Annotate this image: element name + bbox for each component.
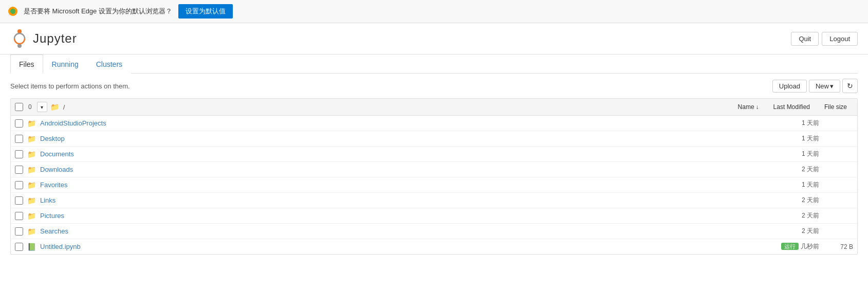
row-checkbox[interactable]: [15, 166, 23, 174]
file-name-link[interactable]: Downloads: [40, 166, 765, 173]
edge-icon: [8, 7, 17, 16]
col-name-header[interactable]: Name ↓: [732, 102, 765, 112]
col-size-header[interactable]: File size: [818, 102, 853, 112]
file-modified: 2 天前: [768, 211, 819, 220]
row-checkbox[interactable]: [15, 150, 23, 158]
folder-icon: 📁: [27, 181, 36, 189]
row-checkbox[interactable]: [15, 135, 23, 143]
table-row: 📁Pictures2 天前: [11, 208, 857, 224]
table-row: 📗Untitled.ipynb运行几秒前72 B: [11, 239, 857, 254]
selected-count: 0: [26, 103, 34, 111]
notebook-icon: 📗: [27, 243, 36, 251]
table-row: 📁Favorites1 天前: [11, 177, 857, 193]
row-checkbox[interactable]: [15, 119, 23, 128]
row-checkbox[interactable]: [15, 196, 23, 205]
table-row: 📁Documents1 天前: [11, 147, 857, 162]
file-modified: 2 天前: [768, 165, 819, 174]
row-checkbox[interactable]: [15, 227, 23, 236]
file-modified: 1 天前: [768, 150, 819, 158]
col-modified-header[interactable]: Last Modified: [765, 102, 818, 112]
file-modified: 1 天前: [768, 119, 819, 128]
header: Jupyter Quit Logout: [0, 23, 868, 55]
tab-running[interactable]: Running: [43, 55, 87, 74]
folder-icon: 📁: [27, 196, 36, 205]
file-name-link[interactable]: Desktop: [40, 135, 765, 142]
new-button[interactable]: New ▾: [809, 80, 840, 93]
folder-icon: 📁: [27, 227, 36, 236]
file-modified: 运行几秒前: [768, 242, 819, 251]
running-badge: 运行: [781, 243, 799, 250]
tabs: Files Running Clusters: [10, 55, 858, 74]
tab-clusters[interactable]: Clusters: [87, 55, 131, 74]
notification-text: 是否要将 Microsoft Edge 设置为你的默认浏览器？: [24, 7, 172, 16]
header-dropdown[interactable]: ▾: [37, 102, 47, 112]
table-row: 📁Links2 天前: [11, 193, 857, 208]
file-name-link[interactable]: Documents: [40, 150, 765, 158]
new-label: New: [816, 82, 829, 90]
row-checkbox[interactable]: [15, 212, 23, 220]
file-list-header: 0 ▾ 📁 / Name ↓ Last Modified File size: [11, 99, 857, 116]
main-content: Files Running Clusters Select items to p…: [0, 55, 868, 255]
table-row: 📁Searches2 天前: [11, 224, 857, 239]
notification-bar: 是否要将 Microsoft Edge 设置为你的默认浏览器？ 设置为默认值: [0, 0, 868, 23]
row-checkbox[interactable]: [15, 181, 23, 189]
sort-icon: ↓: [756, 103, 759, 111]
upload-button[interactable]: Upload: [772, 80, 807, 93]
file-modified: 2 天前: [768, 196, 819, 205]
logo-area: Jupyter: [10, 29, 77, 48]
toolbar: Select items to perform actions on them.…: [10, 74, 858, 98]
file-modified: 1 天前: [768, 134, 819, 143]
file-name-link[interactable]: Links: [40, 196, 765, 204]
refresh-button[interactable]: ↻: [842, 79, 858, 93]
app-title: Jupyter: [33, 31, 77, 46]
quit-button[interactable]: Quit: [791, 32, 819, 46]
jupyter-logo: [10, 29, 29, 48]
row-checkbox[interactable]: [15, 243, 23, 251]
file-modified: 1 天前: [768, 180, 819, 189]
logout-button[interactable]: Logout: [822, 32, 858, 46]
table-row: 📁Downloads2 天前: [11, 162, 857, 177]
folder-icon: 📁: [50, 103, 59, 111]
folder-icon: 📁: [27, 166, 36, 174]
table-row: 📁Desktop1 天前: [11, 131, 857, 147]
new-dropdown-arrow[interactable]: ▾: [830, 82, 834, 90]
set-default-button[interactable]: 设置为默认值: [178, 4, 233, 19]
table-row: 📁AndroidStudioProjects1 天前: [11, 116, 857, 131]
tab-files[interactable]: Files: [10, 55, 43, 74]
header-buttons: Quit Logout: [791, 32, 858, 46]
file-name-link[interactable]: Untitled.ipynb: [40, 243, 765, 250]
folder-icon: 📁: [27, 212, 36, 220]
file-modified: 2 天前: [768, 227, 819, 236]
select-all-checkbox[interactable]: [15, 103, 23, 111]
file-name-link[interactable]: Searches: [40, 227, 765, 235]
file-name-link[interactable]: AndroidStudioProjects: [40, 119, 765, 127]
file-name-link[interactable]: Pictures: [40, 212, 765, 220]
folder-icon: 📁: [27, 135, 36, 143]
breadcrumb-path: /: [63, 103, 65, 111]
folder-icon: 📁: [27, 119, 36, 128]
toolbar-right: Upload New ▾ ↻: [772, 79, 858, 93]
column-headers: Name ↓ Last Modified File size: [732, 102, 853, 112]
file-name-link[interactable]: Favorites: [40, 181, 765, 189]
select-hint: Select items to perform actions on them.: [10, 82, 130, 90]
file-rows: 📁AndroidStudioProjects1 天前📁Desktop1 天前📁D…: [11, 116, 857, 254]
folder-icon: 📁: [27, 150, 36, 158]
file-size: 72 B: [822, 243, 853, 250]
file-list-container: 0 ▾ 📁 / Name ↓ Last Modified File size 📁…: [10, 98, 858, 255]
